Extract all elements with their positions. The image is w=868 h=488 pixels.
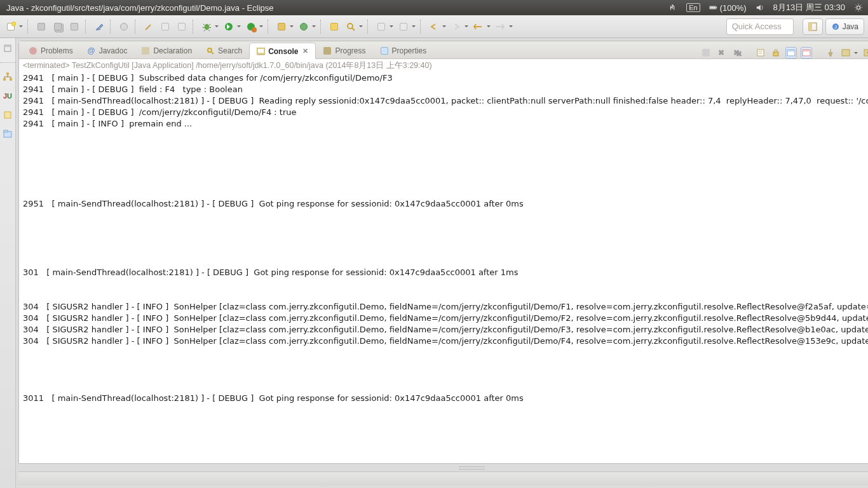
input-method-indicator[interactable]: En bbox=[686, 3, 700, 12]
sash-handle[interactable] bbox=[18, 464, 868, 471]
svg-rect-11 bbox=[4, 45, 11, 47]
declaration-icon bbox=[141, 46, 150, 55]
display-console-button[interactable] bbox=[840, 47, 851, 58]
java-perspective-button[interactable]: JJava bbox=[825, 18, 864, 35]
debug-button[interactable] bbox=[200, 20, 214, 34]
run-button[interactable] bbox=[222, 20, 236, 34]
svg-rect-14 bbox=[10, 78, 12, 81]
system-tray: En (100%) 8月13日 周三 03:30 bbox=[668, 2, 864, 13]
console-output[interactable]: 2941 [ main ] - [ DEBUG ] Subscribed dat… bbox=[19, 72, 868, 463]
java-perspective-label: Java bbox=[843, 22, 858, 31]
svg-rect-1 bbox=[716, 7, 717, 8]
nav-fwd-dropdown[interactable] bbox=[464, 24, 469, 29]
new-dropdown[interactable] bbox=[18, 24, 24, 29]
show-on-stdout-button[interactable] bbox=[785, 47, 797, 58]
quick-access-input[interactable]: Quick Access bbox=[726, 18, 794, 35]
nav-fwd-button[interactable] bbox=[449, 20, 463, 34]
svg-rect-15 bbox=[4, 112, 11, 118]
clear-console-button[interactable] bbox=[755, 47, 766, 58]
annotation-dropdown[interactable] bbox=[389, 24, 394, 29]
run-dropdown[interactable] bbox=[236, 24, 241, 29]
new-class-dropdown[interactable] bbox=[311, 24, 316, 29]
fwd-history-dropdown[interactable] bbox=[508, 24, 513, 29]
svg-rect-2 bbox=[710, 6, 715, 9]
show-on-stderr-button[interactable] bbox=[801, 47, 812, 58]
svg-point-5 bbox=[348, 24, 353, 29]
hierarchy-icon[interactable] bbox=[1, 71, 14, 83]
tab-problems[interactable]: Problems bbox=[22, 42, 80, 58]
toggle2-button[interactable] bbox=[175, 20, 189, 34]
open-type-button[interactable] bbox=[327, 20, 341, 34]
fwd-history-button[interactable] bbox=[494, 20, 508, 34]
navigator-icon[interactable] bbox=[1, 128, 14, 140]
build-button[interactable] bbox=[92, 20, 106, 34]
toggle-button[interactable] bbox=[158, 20, 172, 34]
tab-console[interactable]: Console✕ bbox=[249, 43, 316, 59]
network-icon[interactable] bbox=[668, 3, 677, 12]
svg-point-4 bbox=[204, 24, 209, 30]
display-console-dropdown[interactable] bbox=[853, 50, 858, 56]
gear-icon[interactable] bbox=[854, 3, 863, 12]
tab-javadoc[interactable]: @Javadoc bbox=[80, 42, 135, 58]
remove-all-button[interactable]: ✖✖ bbox=[731, 47, 742, 58]
progress-icon bbox=[323, 46, 332, 55]
nav-back-dropdown[interactable] bbox=[442, 24, 447, 29]
scroll-lock-button[interactable] bbox=[770, 47, 782, 58]
run-last-dropdown[interactable] bbox=[259, 24, 264, 29]
run-last-button[interactable] bbox=[244, 20, 258, 34]
search-icon bbox=[206, 46, 215, 55]
junit-icon[interactable]: JU bbox=[1, 90, 14, 102]
search-dropdown[interactable] bbox=[358, 24, 363, 29]
back-history-dropdown[interactable] bbox=[486, 24, 491, 29]
battery-indicator[interactable]: (100%) bbox=[709, 3, 747, 13]
terminate-disabled-button[interactable] bbox=[700, 47, 712, 58]
close-icon[interactable]: ✕ bbox=[301, 48, 309, 55]
back-history-button[interactable] bbox=[471, 20, 485, 34]
problems-icon bbox=[29, 46, 37, 55]
search-button[interactable] bbox=[344, 20, 358, 34]
svg-rect-13 bbox=[3, 78, 6, 81]
bookmarks-icon[interactable] bbox=[1, 109, 14, 121]
tab-progress[interactable]: Progress bbox=[316, 42, 372, 58]
svg-rect-24 bbox=[787, 50, 795, 51]
tab-label: Progress bbox=[335, 46, 365, 55]
svg-rect-20 bbox=[258, 49, 264, 53]
new-button[interactable] bbox=[4, 20, 18, 34]
tab-properties[interactable]: Properties bbox=[373, 42, 434, 58]
annotation2-dropdown[interactable] bbox=[411, 24, 416, 29]
restore-icon[interactable] bbox=[1, 42, 14, 55]
nav-back-button[interactable] bbox=[427, 20, 441, 34]
console-icon bbox=[256, 47, 265, 56]
annotation2-button[interactable] bbox=[397, 20, 410, 34]
clock[interactable]: 8月13日 周三 03:30 bbox=[773, 2, 845, 13]
tab-declaration[interactable]: Declaration bbox=[134, 42, 199, 58]
system-menu-bar: Java - zkconfigutil/src/test/java/com/je… bbox=[0, 0, 868, 15]
tab-search[interactable]: Search bbox=[199, 42, 249, 58]
new-class-button[interactable] bbox=[297, 20, 311, 34]
skip-breakpoints-button[interactable] bbox=[117, 20, 131, 34]
svg-point-18 bbox=[208, 48, 212, 52]
new-package-dropdown[interactable] bbox=[289, 24, 294, 29]
console-launch-header: <terminated> TestZkConfigUtil [Java Appl… bbox=[19, 59, 868, 72]
properties-icon bbox=[380, 46, 389, 55]
debug-dropdown[interactable] bbox=[214, 24, 219, 29]
svg-rect-7 bbox=[809, 23, 812, 30]
view-tabstrip: Problems @Javadoc Declaration Search Con… bbox=[19, 41, 868, 59]
tab-label: Problems bbox=[41, 46, 73, 55]
annotation-button[interactable] bbox=[374, 20, 388, 34]
eclipse-toolbar: Quick Access JJava bbox=[0, 15, 868, 38]
wand-button[interactable] bbox=[142, 20, 156, 34]
tab-label: Declaration bbox=[153, 46, 192, 55]
pin-console-button[interactable] bbox=[825, 47, 836, 58]
open-console-button[interactable]: + bbox=[862, 47, 868, 58]
remove-launch-button[interactable]: ✖ bbox=[715, 47, 727, 58]
svg-rect-17 bbox=[4, 130, 8, 132]
new-package-button[interactable] bbox=[275, 20, 288, 34]
print-button[interactable] bbox=[67, 20, 81, 34]
svg-point-3 bbox=[857, 6, 860, 9]
tab-label: Properties bbox=[392, 46, 427, 55]
open-perspective-button[interactable] bbox=[803, 18, 823, 35]
save-button[interactable] bbox=[34, 20, 48, 34]
sound-icon[interactable] bbox=[756, 3, 764, 12]
save-all-button[interactable] bbox=[51, 20, 65, 34]
